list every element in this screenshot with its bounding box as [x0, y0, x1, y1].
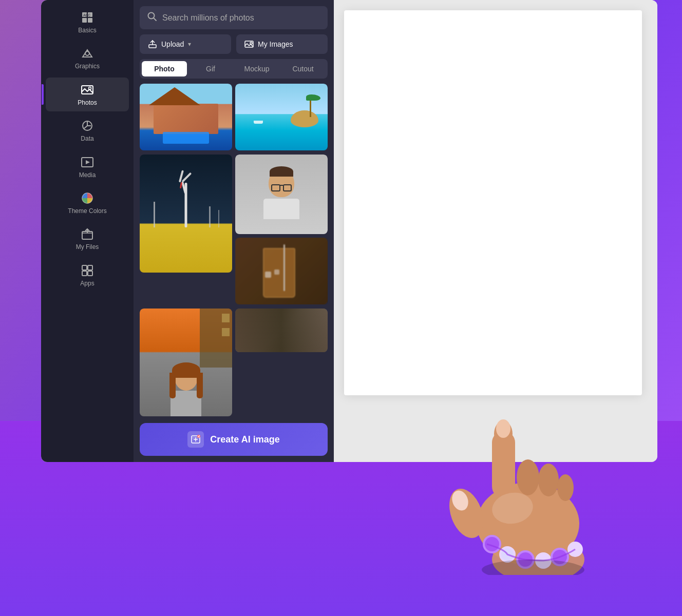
search-bar [140, 6, 328, 29]
graphics-icon [80, 46, 94, 61]
svg-point-21 [250, 42, 252, 44]
upload-label: Upload [161, 40, 184, 48]
sidebar-item-label-data: Data [81, 135, 93, 142]
apps-icon [80, 263, 94, 278]
sidebar-item-apps[interactable]: Apps [46, 258, 129, 292]
photo-item-beach[interactable] [235, 84, 328, 151]
photo-item-windmill[interactable] [140, 155, 232, 305]
svg-point-26 [443, 484, 490, 543]
photo-item-woman[interactable] [140, 309, 232, 418]
canvas-white [344, 10, 642, 395]
tab-photo[interactable]: Photo [142, 61, 187, 76]
svg-point-41 [551, 548, 569, 566]
sidebar-item-basics[interactable]: ABC Basics [46, 5, 129, 39]
svg-point-39 [518, 552, 533, 567]
tab-gif[interactable]: Gif [188, 61, 233, 76]
svg-point-32 [538, 464, 559, 496]
svg-rect-13 [82, 265, 87, 270]
svg-line-18 [154, 18, 156, 21]
svg-point-37 [501, 548, 514, 561]
photo-item-man[interactable] [235, 155, 328, 235]
photo-grid [140, 84, 328, 418]
sidebar-item-media[interactable]: Media [46, 150, 129, 184]
sidebar-item-label-basics: Basics [78, 27, 96, 34]
data-icon [80, 119, 94, 133]
media-icon [80, 155, 94, 169]
photo-item-hair[interactable] [235, 309, 328, 353]
sidebar-item-graphics[interactable]: Graphics [46, 41, 129, 75]
create-ai-label: Create AI image [210, 434, 279, 445]
photos-icon [80, 83, 94, 97]
svg-point-25 [477, 483, 579, 565]
canvas-area [334, 0, 657, 462]
create-ai-button[interactable]: Create AI image [140, 423, 328, 456]
svg-point-24 [492, 536, 584, 575]
svg-point-43 [567, 542, 583, 557]
svg-rect-2 [82, 18, 87, 23]
svg-point-34 [483, 535, 501, 553]
svg-point-42 [553, 550, 567, 564]
sidebar-item-data[interactable]: Data [46, 113, 129, 147]
svg-point-36 [499, 546, 516, 563]
upload-dropdown-arrow: ▾ [188, 41, 191, 48]
svg-marker-10 [86, 160, 90, 164]
my-images-button[interactable]: My Images [236, 34, 328, 54]
svg-point-40 [535, 552, 552, 569]
search-icon [147, 11, 157, 24]
sidebar-item-photos[interactable]: Photos [46, 78, 129, 111]
svg-point-7 [89, 87, 91, 89]
photo-item-coffee[interactable] [235, 238, 328, 305]
svg-point-45 [482, 560, 584, 575]
sidebar: ABC Basics Graphics Photo [41, 0, 134, 462]
tab-cutout[interactable]: Cutout [280, 61, 326, 76]
sidebar-item-label-graphics: Graphics [75, 63, 100, 70]
main-container: ABC Basics Graphics Photo [41, 0, 657, 462]
sidebar-item-label-media: Media [79, 171, 96, 179]
my-images-label: My Images [258, 40, 293, 48]
my-files-icon [80, 227, 94, 241]
tab-bar: Photo Gif Mockup Cutout [140, 59, 328, 79]
search-input[interactable] [162, 13, 320, 23]
button-row: Upload ▾ My Images [140, 34, 328, 54]
ai-icon [187, 431, 204, 448]
content-panel: Upload ▾ My Images Photo Gif Mockup Cuto… [134, 0, 334, 462]
svg-point-27 [449, 488, 471, 513]
sidebar-item-theme-colors[interactable]: Theme Colors [46, 186, 129, 220]
svg-point-31 [517, 459, 539, 495]
sidebar-item-label-photos: Photos [78, 99, 97, 106]
svg-rect-15 [82, 271, 87, 276]
sidebar-item-label-theme-colors: Theme Colors [68, 207, 106, 215]
svg-point-5 [85, 51, 89, 55]
svg-point-44 [489, 490, 535, 527]
basics-icon: ABC [80, 10, 94, 25]
tab-mockup[interactable]: Mockup [234, 61, 279, 76]
photo-item-house[interactable] [140, 84, 232, 151]
theme-colors-icon [80, 191, 94, 205]
sidebar-item-label-apps: Apps [80, 280, 94, 287]
svg-point-35 [485, 537, 499, 551]
svg-rect-19 [149, 45, 156, 48]
svg-rect-3 [88, 18, 92, 23]
upload-button[interactable]: Upload ▾ [140, 34, 231, 54]
svg-rect-14 [88, 265, 92, 270]
svg-text:ABC: ABC [83, 13, 90, 17]
svg-point-38 [516, 550, 535, 569]
svg-point-33 [557, 474, 574, 501]
svg-rect-16 [88, 271, 92, 276]
sidebar-item-my-files[interactable]: My Files [46, 222, 129, 256]
sidebar-item-label-my-files: My Files [76, 243, 99, 251]
